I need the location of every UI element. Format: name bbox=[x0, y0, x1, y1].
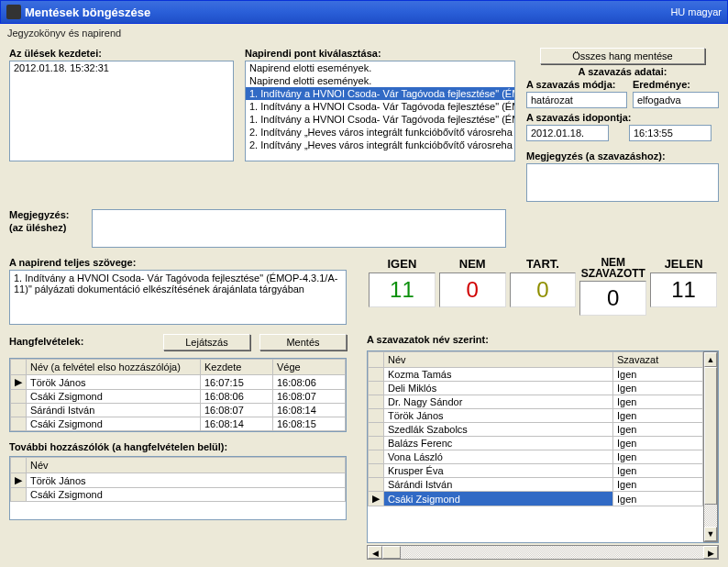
list-item[interactable]: 1. Indítvány a HVNOI Csoda- Vár Tagóvoda… bbox=[246, 87, 514, 100]
scroll-left-icon[interactable]: ◀ bbox=[368, 546, 382, 559]
scroll-up-icon[interactable]: ▲ bbox=[704, 352, 717, 367]
vote-mode-value: határozat bbox=[526, 92, 627, 108]
table-row[interactable]: Csáki Zsigmond bbox=[11, 488, 346, 502]
table-row[interactable]: Deli MiklósIgen bbox=[369, 382, 703, 395]
titlebar: Mentések böngészése HU magyar bbox=[0, 0, 728, 24]
list-item[interactable]: 2012.01.18. 15:32:31 bbox=[10, 61, 233, 74]
table-row[interactable]: Szedlák SzabolcsIgen bbox=[369, 423, 703, 437]
table-row[interactable]: ▶Csáki ZsigmondIgen bbox=[369, 492, 703, 506]
app-icon bbox=[6, 5, 21, 19]
note2-label: Megjegyzés (a szavazáshoz): bbox=[526, 150, 719, 161]
table-row[interactable]: Csáki Zsigmond16:08:0616:08:07 bbox=[11, 390, 346, 404]
vote-nem: NEM 0 bbox=[437, 257, 508, 307]
byname-table[interactable]: NévSzavazatKozma TamásIgenDeli MiklósIge… bbox=[368, 351, 703, 542]
window-title: Mentések böngészése bbox=[25, 6, 150, 19]
vote-mode-label: A szavazás módja: bbox=[526, 79, 627, 90]
table-row[interactable]: Sárándi István16:08:0716:08:14 bbox=[11, 404, 346, 417]
note1-label2: (az üléshez) bbox=[9, 222, 92, 233]
vote-date: 2012.01.18. bbox=[526, 125, 609, 141]
table-row[interactable]: ▶Török János16:07:1516:08:06 bbox=[11, 375, 346, 390]
vote-jelen: JELEN 11 bbox=[648, 257, 719, 307]
fulltext-label: A napirend teljes szövege: bbox=[9, 257, 347, 268]
vote-igen: IGEN 11 bbox=[367, 257, 437, 307]
page-subtitle: Jegyzokönyv és napirend bbox=[0, 24, 728, 42]
fulltext-field[interactable]: 1. Indítvány a HVNOI Csoda- Vár Tagóvoda… bbox=[9, 270, 347, 325]
scroll-right-icon[interactable]: ▶ bbox=[703, 546, 718, 559]
note1-label1: Megjegyzés: bbox=[9, 209, 92, 220]
agenda-label: Napirendi pont kiválasztása: bbox=[245, 48, 515, 59]
list-item[interactable]: 2. Indítvány „Heves város integrált funk… bbox=[246, 139, 514, 151]
table-row[interactable]: Kozma TamásIgen bbox=[369, 368, 703, 382]
list-item[interactable]: 2. Indítvány „Heves város integrált funk… bbox=[246, 126, 514, 139]
scroll-down-icon[interactable]: ▼ bbox=[704, 527, 717, 541]
sessions-label: Az ülések kezdetei: bbox=[9, 48, 234, 59]
list-item[interactable]: 1. Indítvány a HVNOI Csoda- Vár Tagóvoda… bbox=[246, 100, 514, 113]
list-item[interactable]: Napirend elotti események. bbox=[246, 61, 514, 74]
vote-time: 16:13:55 bbox=[629, 125, 711, 141]
table-row[interactable]: Dr. Nagy SándorIgen bbox=[369, 395, 703, 409]
vote-nemszavazott: NEMSZAVAZOTT 0 bbox=[578, 257, 648, 316]
vote-time-label: A szavazás idopontja: bbox=[526, 112, 719, 123]
byname-label: A szavazatok név szerint: bbox=[367, 334, 719, 345]
save-button[interactable]: Mentés bbox=[259, 334, 347, 350]
table-row[interactable]: Vona LászlóIgen bbox=[369, 450, 703, 464]
list-item[interactable]: 1. Indítvány a HVNOI Csoda- Vár Tagóvoda… bbox=[246, 113, 514, 126]
speakers-label: További hozzászólók (a hangfelvételen be… bbox=[9, 441, 347, 452]
table-row[interactable]: ▶Török János bbox=[11, 473, 346, 488]
table-row[interactable]: Balázs FerencIgen bbox=[369, 437, 703, 450]
list-item[interactable]: Napirend elotti események. bbox=[246, 74, 514, 87]
save-all-audio-button[interactable]: Összes hang mentése bbox=[540, 48, 705, 64]
recordings-table[interactable]: Név (a felvétel elso hozzászólója)Kezdet… bbox=[9, 358, 347, 432]
vertical-scrollbar[interactable]: ▲ ▼ bbox=[703, 351, 718, 542]
byname-panel: NévSzavazatKozma TamásIgenDeli MiklósIge… bbox=[367, 350, 719, 543]
table-row[interactable]: Krusper ÉvaIgen bbox=[369, 464, 703, 478]
recordings-label: Hangfelvételek: bbox=[9, 336, 163, 347]
note1-field[interactable] bbox=[92, 209, 506, 248]
table-row[interactable]: Sárándi IstvánIgen bbox=[369, 478, 703, 492]
vote-result-value: elfogadva bbox=[633, 92, 719, 108]
horizontal-scrollbar[interactable]: ◀ ▶ bbox=[367, 545, 719, 560]
table-row[interactable]: Török JánosIgen bbox=[369, 409, 703, 423]
language-indicator: HU magyar bbox=[670, 6, 722, 17]
table-row[interactable]: Csáki Zsigmond16:08:1416:08:15 bbox=[11, 417, 346, 431]
vote-tart: TART. 0 bbox=[508, 257, 579, 307]
speakers-table[interactable]: Név▶Török JánosCsáki Zsigmond bbox=[9, 456, 347, 520]
agenda-list[interactable]: Napirend elotti események.Napirend elott… bbox=[245, 61, 515, 161]
voteinfo-header: A szavazás adatai: bbox=[526, 66, 719, 77]
play-button[interactable]: Lejátszás bbox=[163, 334, 250, 350]
note2-field[interactable] bbox=[526, 163, 719, 202]
vote-result-label: Eredménye: bbox=[633, 79, 719, 90]
sessions-list[interactable]: 2012.01.18. 15:32:31 bbox=[9, 61, 234, 161]
